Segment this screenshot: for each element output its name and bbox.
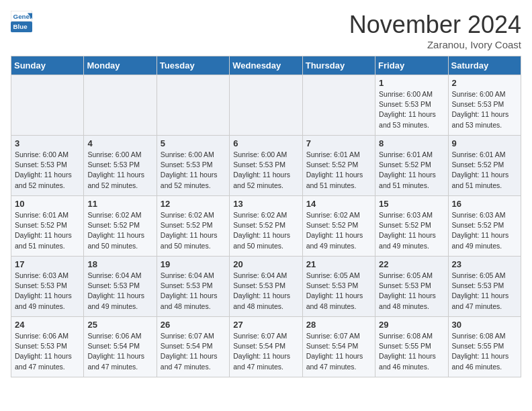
calendar-cell xyxy=(11,75,84,136)
day-number: 12 xyxy=(161,199,226,209)
day-info: Sunrise: 6:00 AM Sunset: 5:53 PM Dayligh… xyxy=(379,89,444,130)
day-info: Sunrise: 6:00 AM Sunset: 5:53 PM Dayligh… xyxy=(15,150,80,191)
calendar-cell xyxy=(157,75,229,136)
calendar-cell: 9Sunrise: 6:01 AM Sunset: 5:52 PM Daylig… xyxy=(448,136,521,196)
day-info: Sunrise: 6:08 AM Sunset: 5:55 PM Dayligh… xyxy=(452,331,517,372)
calendar-week-1: 1Sunrise: 6:00 AM Sunset: 5:53 PM Daylig… xyxy=(11,75,521,136)
day-header-tuesday: Tuesday xyxy=(157,56,229,75)
calendar-cell: 4Sunrise: 6:00 AM Sunset: 5:53 PM Daylig… xyxy=(84,136,157,196)
calendar-cell: 21Sunrise: 6:05 AM Sunset: 5:53 PM Dayli… xyxy=(302,257,375,317)
calendar-cell: 12Sunrise: 6:02 AM Sunset: 5:52 PM Dayli… xyxy=(157,196,229,257)
day-number: 3 xyxy=(15,138,80,148)
day-info: Sunrise: 6:08 AM Sunset: 5:55 PM Dayligh… xyxy=(379,331,444,372)
calendar-cell: 5Sunrise: 6:00 AM Sunset: 5:53 PM Daylig… xyxy=(157,136,229,196)
day-info: Sunrise: 6:02 AM Sunset: 5:52 PM Dayligh… xyxy=(87,210,152,251)
day-number: 16 xyxy=(452,199,517,209)
day-header-saturday: Saturday xyxy=(448,56,521,75)
day-info: Sunrise: 6:07 AM Sunset: 5:54 PM Dayligh… xyxy=(161,331,226,372)
calendar-cell: 23Sunrise: 6:05 AM Sunset: 5:53 PM Dayli… xyxy=(448,257,521,317)
day-info: Sunrise: 6:02 AM Sunset: 5:52 PM Dayligh… xyxy=(233,210,298,251)
day-number: 14 xyxy=(306,199,371,209)
day-number: 2 xyxy=(452,78,517,88)
day-info: Sunrise: 6:03 AM Sunset: 5:52 PM Dayligh… xyxy=(379,210,444,251)
day-number: 24 xyxy=(15,320,80,330)
day-header-thursday: Thursday xyxy=(302,56,375,75)
calendar-cell: 8Sunrise: 6:01 AM Sunset: 5:52 PM Daylig… xyxy=(375,136,448,196)
day-number: 19 xyxy=(161,259,226,269)
day-number: 10 xyxy=(15,199,80,209)
calendar-cell: 22Sunrise: 6:05 AM Sunset: 5:53 PM Dayli… xyxy=(375,257,448,317)
calendar-cell xyxy=(84,75,157,136)
calendar-cell xyxy=(230,75,302,136)
calendar-cell: 17Sunrise: 6:03 AM Sunset: 5:53 PM Dayli… xyxy=(11,257,84,317)
calendar-cell: 11Sunrise: 6:02 AM Sunset: 5:52 PM Dayli… xyxy=(84,196,157,257)
day-info: Sunrise: 6:06 AM Sunset: 5:54 PM Dayligh… xyxy=(87,331,152,372)
header-row: SundayMondayTuesdayWednesdayThursdayFrid… xyxy=(11,56,521,75)
day-number: 7 xyxy=(306,138,371,148)
day-header-friday: Friday xyxy=(375,56,448,75)
day-info: Sunrise: 6:00 AM Sunset: 5:53 PM Dayligh… xyxy=(233,150,298,191)
calendar-cell: 26Sunrise: 6:07 AM Sunset: 5:54 PM Dayli… xyxy=(157,317,229,377)
day-header-wednesday: Wednesday xyxy=(230,56,302,75)
calendar-cell: 14Sunrise: 6:02 AM Sunset: 5:52 PM Dayli… xyxy=(302,196,375,257)
day-info: Sunrise: 6:01 AM Sunset: 5:52 PM Dayligh… xyxy=(15,210,80,251)
day-header-monday: Monday xyxy=(84,56,157,75)
day-info: Sunrise: 6:00 AM Sunset: 5:53 PM Dayligh… xyxy=(161,150,226,191)
calendar-cell: 3Sunrise: 6:00 AM Sunset: 5:53 PM Daylig… xyxy=(11,136,84,196)
day-info: Sunrise: 6:04 AM Sunset: 5:53 PM Dayligh… xyxy=(161,271,226,312)
day-number: 4 xyxy=(87,138,152,148)
page-header: General Blue November 2024 Zaranou, Ivor… xyxy=(11,11,521,50)
day-number: 5 xyxy=(161,138,226,148)
day-number: 23 xyxy=(452,259,517,269)
day-number: 20 xyxy=(233,259,298,269)
day-info: Sunrise: 6:00 AM Sunset: 5:53 PM Dayligh… xyxy=(452,89,517,130)
calendar-cell: 19Sunrise: 6:04 AM Sunset: 5:53 PM Dayli… xyxy=(157,257,229,317)
day-info: Sunrise: 6:04 AM Sunset: 5:53 PM Dayligh… xyxy=(233,271,298,312)
calendar-cell: 2Sunrise: 6:00 AM Sunset: 5:53 PM Daylig… xyxy=(448,75,521,136)
calendar-cell: 1Sunrise: 6:00 AM Sunset: 5:53 PM Daylig… xyxy=(375,75,448,136)
day-number: 9 xyxy=(452,138,517,148)
calendar-cell: 27Sunrise: 6:07 AM Sunset: 5:54 PM Dayli… xyxy=(230,317,302,377)
day-number: 8 xyxy=(379,138,444,148)
day-number: 21 xyxy=(306,259,371,269)
month-title: November 2024 xyxy=(349,11,521,39)
calendar-cell xyxy=(302,75,375,136)
day-info: Sunrise: 6:03 AM Sunset: 5:52 PM Dayligh… xyxy=(452,210,517,251)
calendar-cell: 13Sunrise: 6:02 AM Sunset: 5:52 PM Dayli… xyxy=(230,196,302,257)
calendar-cell: 29Sunrise: 6:08 AM Sunset: 5:55 PM Dayli… xyxy=(375,317,448,377)
day-info: Sunrise: 6:07 AM Sunset: 5:54 PM Dayligh… xyxy=(306,331,371,372)
day-info: Sunrise: 6:06 AM Sunset: 5:53 PM Dayligh… xyxy=(15,331,80,372)
day-info: Sunrise: 6:05 AM Sunset: 5:53 PM Dayligh… xyxy=(379,271,444,312)
calendar-week-3: 10Sunrise: 6:01 AM Sunset: 5:52 PM Dayli… xyxy=(11,196,521,257)
day-info: Sunrise: 6:05 AM Sunset: 5:53 PM Dayligh… xyxy=(306,271,371,312)
day-info: Sunrise: 6:05 AM Sunset: 5:53 PM Dayligh… xyxy=(452,271,517,312)
calendar-cell: 20Sunrise: 6:04 AM Sunset: 5:53 PM Dayli… xyxy=(230,257,302,317)
day-info: Sunrise: 6:03 AM Sunset: 5:53 PM Dayligh… xyxy=(15,271,80,312)
day-info: Sunrise: 6:02 AM Sunset: 5:52 PM Dayligh… xyxy=(161,210,226,251)
calendar-week-2: 3Sunrise: 6:00 AM Sunset: 5:53 PM Daylig… xyxy=(11,136,521,196)
calendar-cell: 28Sunrise: 6:07 AM Sunset: 5:54 PM Dayli… xyxy=(302,317,375,377)
calendar-cell: 16Sunrise: 6:03 AM Sunset: 5:52 PM Dayli… xyxy=(448,196,521,257)
location: Zaranou, Ivory Coast xyxy=(349,39,521,50)
svg-text:Blue: Blue xyxy=(13,23,28,30)
day-number: 11 xyxy=(87,199,152,209)
day-number: 15 xyxy=(379,199,444,209)
day-number: 13 xyxy=(233,199,298,209)
day-number: 25 xyxy=(87,320,152,330)
calendar-week-4: 17Sunrise: 6:03 AM Sunset: 5:53 PM Dayli… xyxy=(11,257,521,317)
calendar-cell: 18Sunrise: 6:04 AM Sunset: 5:53 PM Dayli… xyxy=(84,257,157,317)
day-number: 18 xyxy=(87,259,152,269)
logo-icon: General Blue xyxy=(11,11,32,32)
day-number: 27 xyxy=(233,320,298,330)
day-number: 29 xyxy=(379,320,444,330)
day-info: Sunrise: 6:00 AM Sunset: 5:53 PM Dayligh… xyxy=(87,150,152,191)
logo: General Blue xyxy=(11,11,32,32)
calendar-cell: 10Sunrise: 6:01 AM Sunset: 5:52 PM Dayli… xyxy=(11,196,84,257)
calendar-cell: 7Sunrise: 6:01 AM Sunset: 5:52 PM Daylig… xyxy=(302,136,375,196)
day-number: 22 xyxy=(379,259,444,269)
day-info: Sunrise: 6:07 AM Sunset: 5:54 PM Dayligh… xyxy=(233,331,298,372)
day-info: Sunrise: 6:04 AM Sunset: 5:53 PM Dayligh… xyxy=(87,271,152,312)
day-number: 1 xyxy=(379,78,444,88)
day-info: Sunrise: 6:02 AM Sunset: 5:52 PM Dayligh… xyxy=(306,210,371,251)
calendar-cell: 6Sunrise: 6:00 AM Sunset: 5:53 PM Daylig… xyxy=(230,136,302,196)
